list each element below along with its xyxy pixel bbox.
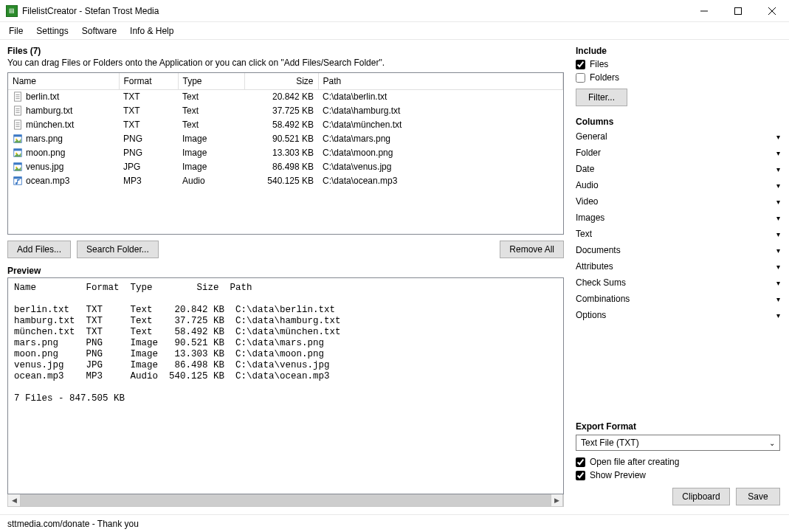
chevron-down-icon: ▾ xyxy=(776,279,780,287)
search-folder-button[interactable]: Search Folder... xyxy=(77,241,159,258)
chevron-down-icon: ▾ xyxy=(776,133,780,141)
chevron-down-icon: ▾ xyxy=(776,165,780,173)
col-type[interactable]: Type xyxy=(178,73,244,89)
columns-group-folder[interactable]: Folder▾ xyxy=(576,145,780,161)
table-row[interactable]: mars.pngPNGImage90.521 KBC:\data\mars.pn… xyxy=(8,131,563,145)
columns-group-text[interactable]: Text▾ xyxy=(576,226,780,242)
chevron-down-icon: ▾ xyxy=(776,246,780,255)
columns-heading: Columns xyxy=(576,117,780,127)
columns-group-label: Text xyxy=(576,229,592,239)
table-row[interactable]: moon.pngPNGImage13.303 KBC:\data\moon.pn… xyxy=(8,145,563,159)
columns-group-images[interactable]: Images▾ xyxy=(576,210,780,226)
svg-rect-20 xyxy=(14,148,22,151)
close-button[interactable] xyxy=(755,0,789,21)
file-type: Image xyxy=(178,145,244,159)
menu-info[interactable]: Info & Help xyxy=(124,24,179,38)
file-path: C:\data\mars.png xyxy=(318,131,563,145)
preview-text[interactable]: Name Format Type Size Path berlin.txt TX… xyxy=(7,277,564,494)
svg-rect-26 xyxy=(14,176,22,179)
remove-all-button[interactable]: Remove All xyxy=(500,241,564,258)
preview-scrollbar[interactable]: ◀ ▶ xyxy=(7,494,564,507)
file-size: 86.498 KB xyxy=(244,159,318,173)
export-format-select[interactable]: Text File (TXT) ⌄ xyxy=(576,435,780,451)
menu-file[interactable]: File xyxy=(3,24,29,38)
table-row[interactable]: venus.jpgJPGImage86.498 KBC:\data\venus.… xyxy=(8,159,563,173)
show-preview-checkbox[interactable] xyxy=(576,471,585,480)
columns-group-label: Documents xyxy=(576,245,621,255)
svg-rect-17 xyxy=(14,134,22,137)
chevron-down-icon: ⌄ xyxy=(769,439,775,447)
col-path[interactable]: Path xyxy=(318,73,563,89)
open-after-row[interactable]: Open file after creating xyxy=(576,457,780,467)
files-heading: Files (7) xyxy=(7,46,564,56)
file-audio-icon xyxy=(13,176,23,186)
columns-group-documents[interactable]: Documents▾ xyxy=(576,242,780,258)
app-icon: ▤ xyxy=(6,5,18,17)
chevron-down-icon: ▾ xyxy=(776,214,780,222)
save-button[interactable]: Save xyxy=(736,488,780,505)
file-path: C:\data\moon.png xyxy=(318,145,563,159)
menubar: File Settings Software Info & Help xyxy=(0,22,789,40)
include-files-checkbox[interactable] xyxy=(576,60,585,69)
col-name[interactable]: Name xyxy=(8,73,119,89)
file-format: MP3 xyxy=(119,173,178,187)
file-name: ocean.mp3 xyxy=(26,176,69,186)
add-files-button[interactable]: Add Files... xyxy=(7,241,71,258)
filter-button[interactable]: Filter... xyxy=(576,89,627,106)
file-format: TXT xyxy=(119,117,178,131)
status-text: sttmedia.com/donate - Thank you xyxy=(7,519,139,529)
minimize-button[interactable] xyxy=(687,0,721,21)
file-size: 13.303 KB xyxy=(244,145,318,159)
preview-heading: Preview xyxy=(7,266,564,276)
columns-group-date[interactable]: Date▾ xyxy=(576,161,780,177)
maximize-button[interactable] xyxy=(721,0,755,21)
table-row[interactable]: berlin.txtTXTText20.842 KBC:\data\berlin… xyxy=(8,89,563,103)
chevron-down-icon: ▾ xyxy=(776,198,780,206)
file-txt-icon xyxy=(13,91,23,102)
columns-group-combinations[interactable]: Combinations▾ xyxy=(576,291,780,307)
columns-group-check-sums[interactable]: Check Sums▾ xyxy=(576,274,780,291)
statusbar: sttmedia.com/donate - Thank you xyxy=(0,514,789,532)
scroll-thumb[interactable] xyxy=(21,494,551,506)
chevron-down-icon: ▾ xyxy=(776,182,780,190)
columns-group-label: Images xyxy=(576,213,604,223)
scroll-left-icon[interactable]: ◀ xyxy=(8,494,21,506)
columns-group-label: Audio xyxy=(576,180,599,190)
clipboard-button[interactable]: Clipboard xyxy=(672,488,730,505)
window-title: FilelistCreator - Stefan Trost Media xyxy=(22,6,687,16)
columns-group-label: Attributes xyxy=(576,261,613,272)
open-after-checkbox[interactable] xyxy=(576,457,585,467)
columns-group-label: Combinations xyxy=(576,294,630,304)
columns-group-label: Check Sums xyxy=(576,277,626,288)
file-format: PNG xyxy=(119,145,178,159)
files-hint: You can drag Files or Folders onto the A… xyxy=(7,58,564,68)
scroll-right-icon[interactable]: ▶ xyxy=(551,494,563,506)
file-type: Image xyxy=(178,131,244,145)
columns-group-general[interactable]: General▾ xyxy=(576,128,780,145)
table-row[interactable]: hamburg.txtTXTText37.725 KBC:\data\hambu… xyxy=(8,103,563,117)
file-type: Text xyxy=(178,117,244,131)
include-folders-checkbox[interactable] xyxy=(576,73,585,83)
columns-group-video[interactable]: Video▾ xyxy=(576,193,780,210)
file-txt-icon xyxy=(13,106,23,116)
show-preview-row[interactable]: Show Preview xyxy=(576,470,780,480)
chevron-down-icon: ▾ xyxy=(776,311,780,319)
file-type: Text xyxy=(178,89,244,103)
table-row[interactable]: münchen.txtTXTText58.492 KBC:\data\münch… xyxy=(8,117,563,131)
chevron-down-icon: ▾ xyxy=(776,295,780,303)
include-files-row[interactable]: Files xyxy=(576,59,780,69)
col-format[interactable]: Format xyxy=(119,73,178,89)
menu-settings[interactable]: Settings xyxy=(30,24,74,38)
show-preview-label: Show Preview xyxy=(590,470,646,480)
file-name: mars.png xyxy=(26,134,63,144)
file-type: Audio xyxy=(178,173,244,187)
menu-software[interactable]: Software xyxy=(76,24,123,38)
columns-group-audio[interactable]: Audio▾ xyxy=(576,177,780,193)
include-folders-row[interactable]: Folders xyxy=(576,72,780,83)
col-size[interactable]: Size xyxy=(244,73,318,89)
file-table[interactable]: Name Format Type Size Path berlin.txtTXT… xyxy=(7,72,564,235)
file-type: Text xyxy=(178,103,244,117)
columns-group-attributes[interactable]: Attributes▾ xyxy=(576,258,780,274)
table-row[interactable]: ocean.mp3MP3Audio540.125 KBC:\data\ocean… xyxy=(8,173,563,187)
columns-group-options[interactable]: Options▾ xyxy=(576,307,780,323)
